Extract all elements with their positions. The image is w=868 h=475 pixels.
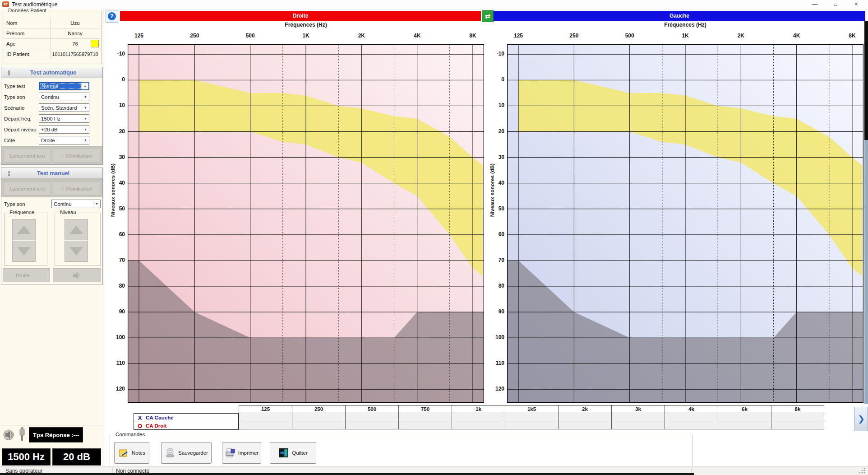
y-tick-label: 0 xyxy=(486,76,504,83)
level-group-label: Niveau xyxy=(58,210,78,215)
side-button[interactable]: Droite ✳ xyxy=(3,268,50,282)
y-tick-label: -10 xyxy=(107,51,125,57)
collapse-icon[interactable]: ∧∧ xyxy=(1,171,14,176)
x-tick-label: 2K xyxy=(731,33,751,39)
reset-x-icon: × xyxy=(60,185,64,192)
swap-sides-button[interactable]: ⇄ xyxy=(482,10,494,22)
freq-table-cell xyxy=(452,421,505,429)
field-value: 10110117565979710 xyxy=(51,49,100,59)
auto-reset-button[interactable]: × Réinitialiser xyxy=(53,149,100,163)
app-icon: ET xyxy=(2,1,9,7)
y-axis-title-left: Niveaux sonores (dB) xyxy=(489,154,495,226)
frequency-group-label: Fréquence xyxy=(8,210,36,215)
combobox[interactable]: +20 dB▾ xyxy=(39,125,89,134)
title-bar: ET Test audiométrique — □ × xyxy=(0,0,868,9)
type-son-label: Type son xyxy=(4,201,51,207)
field-label: Scénario xyxy=(4,105,39,111)
y-tick-label: 50 xyxy=(107,205,125,212)
sparkle-icon: ✳ xyxy=(32,272,37,279)
maximize-button[interactable]: □ xyxy=(826,0,845,9)
x-tick-label: 4K xyxy=(407,33,427,39)
manual-buttons-strip: Lancement test × Réinitialiser xyxy=(1,179,102,197)
test-manual-header[interactable]: ∧∧ Test manuel xyxy=(1,168,102,179)
frequency-display: 1500 Hz xyxy=(2,448,51,466)
freq-table-cell xyxy=(718,421,771,429)
legend-label: CA Gauche xyxy=(146,415,174,420)
y-tick-label: 10 xyxy=(486,102,504,108)
x-tick-label: 8K xyxy=(463,33,483,39)
freq-table-cell xyxy=(665,413,718,421)
table-scroll-right-button[interactable]: ❯ xyxy=(854,407,868,431)
freq-table-legend: X CA Gauche O CA Droit xyxy=(134,413,239,430)
commands-group-label: Commandes xyxy=(114,432,147,437)
freq-table-cell xyxy=(452,413,505,421)
field-label: Type test xyxy=(4,84,39,89)
scrollbar-thumb[interactable] xyxy=(864,21,868,140)
response-time-display: Tps Réponse :--- xyxy=(29,427,83,442)
freq-table-cell xyxy=(558,413,611,421)
test-manual-title: Test manuel xyxy=(14,170,92,177)
application-window: ET Test audiométrique — □ × Données Pati… xyxy=(0,0,868,475)
test-auto-header[interactable]: ∧∧ Test automatique xyxy=(1,67,102,78)
freq-table-cell xyxy=(771,413,824,421)
window-bottom-edge xyxy=(0,473,694,475)
auto-buttons-strip: Lancement test × Réinitialiser xyxy=(1,146,102,164)
field-label: Prénom xyxy=(4,28,51,38)
print-button[interactable]: Imprimer xyxy=(222,442,261,464)
jack-plug-icon xyxy=(18,427,26,444)
x-tick-label: 250 xyxy=(185,33,204,39)
y-axis-title-right: Niveaux sonores (dB) xyxy=(110,154,115,226)
combobox[interactable]: Droite▾ xyxy=(39,136,89,144)
patient-row-id: ID Patient 10110117565979710 xyxy=(4,49,100,59)
audiogram-left-plot xyxy=(507,44,863,403)
notes-button[interactable]: Notes xyxy=(114,442,149,464)
help-button[interactable]: ? xyxy=(106,10,118,23)
field-value: Uzu xyxy=(51,18,100,28)
combobox[interactable]: Continu▾ xyxy=(39,93,89,101)
combobox[interactable]: 1500 Hz▾ xyxy=(39,114,89,123)
left-ear-header: Gauche xyxy=(494,11,865,21)
field-label: Côté xyxy=(4,138,39,143)
y-tick-label: 10 xyxy=(107,102,125,108)
level-up-button[interactable] xyxy=(65,219,88,240)
manual-start-button[interactable]: Lancement test xyxy=(4,182,51,196)
o-symbol: O xyxy=(134,423,146,429)
save-button[interactable]: Sauvegarder xyxy=(161,442,212,464)
freq-column-header: 750 xyxy=(398,405,452,413)
field-value: Nancy xyxy=(51,28,100,38)
freq-table-cell xyxy=(292,413,345,421)
combobox[interactable]: Scén. Standard▾ xyxy=(39,103,89,112)
freq-table-cell xyxy=(239,421,292,429)
manual-type-son-combobox[interactable]: Continu ▾ xyxy=(51,200,101,208)
play-sound-button[interactable] xyxy=(53,268,101,282)
chevron-down-icon: ▾ xyxy=(82,115,89,122)
freq-column-header: 250 xyxy=(292,405,345,413)
freq-table-cell xyxy=(505,421,558,429)
speaker-icon xyxy=(3,428,16,442)
freq-table-cell xyxy=(345,413,398,421)
frequency-up-button[interactable] xyxy=(12,219,36,240)
combobox[interactable]: Normal▾ xyxy=(39,82,89,90)
x-tick-label: 4K xyxy=(787,33,807,39)
auto-field-row-1: Type sonContinu▾ xyxy=(4,92,102,102)
collapse-icon[interactable]: ∧∧ xyxy=(1,70,14,75)
quit-button[interactable]: Quitter xyxy=(270,442,316,464)
close-button[interactable]: × xyxy=(847,0,865,9)
arrow-down-icon xyxy=(17,247,31,256)
level-down-button[interactable] xyxy=(65,241,88,262)
resize-grip[interactable] xyxy=(856,468,866,474)
x-tick-label: 250 xyxy=(564,33,584,39)
freq-table-cell xyxy=(239,413,292,421)
auto-field-row-2: ScénarioScén. Standard▾ xyxy=(4,102,102,113)
auto-start-button[interactable]: Lancement test xyxy=(4,149,51,163)
manual-reset-button[interactable]: × Réinitialiser xyxy=(53,182,100,196)
arrow-up-icon xyxy=(17,225,31,234)
patient-row-age: Age 76 xyxy=(4,38,100,49)
frequency-group: Fréquence xyxy=(4,213,47,266)
y-tick-label: 70 xyxy=(486,257,504,263)
vertical-scrollbar[interactable] xyxy=(864,21,868,404)
frequency-down-button[interactable] xyxy=(12,241,36,262)
freq-table-cell xyxy=(505,413,558,421)
freq-table-cell xyxy=(611,413,665,421)
minimize-button[interactable]: — xyxy=(806,0,824,9)
